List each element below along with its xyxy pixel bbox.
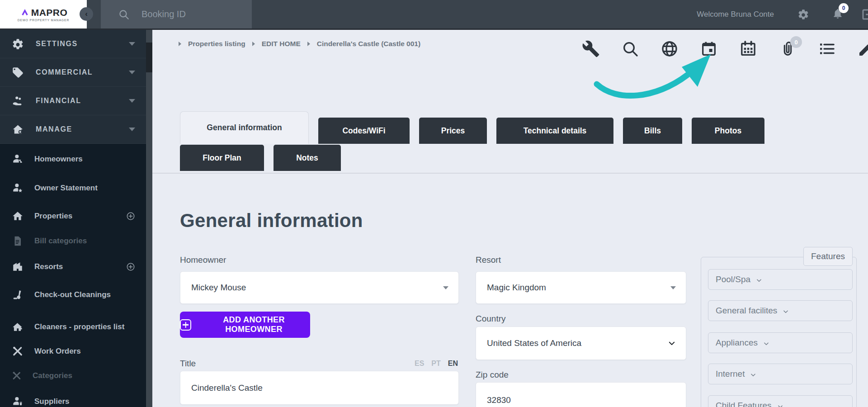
item-label: Cleaners - properties list bbox=[34, 322, 127, 331]
section-label: FINANCIAL bbox=[36, 97, 117, 105]
add-circle-icon[interactable] bbox=[126, 212, 135, 221]
tab-general-information[interactable]: General information bbox=[180, 111, 309, 144]
app-logo[interactable]: MAPRO DEMO PROPERTY MANAGER bbox=[0, 0, 87, 28]
attachments-paperclip-icon[interactable]: 0 bbox=[778, 40, 797, 58]
tab-technical-details[interactable]: Technical details bbox=[496, 118, 613, 144]
hand-coins-icon bbox=[12, 95, 24, 107]
crossed-tools-icon bbox=[12, 371, 22, 381]
zip-input[interactable] bbox=[487, 395, 676, 405]
breadcrumb-arrow-icon bbox=[179, 42, 181, 46]
title-label: Title bbox=[180, 359, 196, 369]
sidebar-section-financial[interactable]: FINANCIAL bbox=[0, 87, 146, 115]
homeowner-value: Mickey Mouse bbox=[191, 283, 443, 293]
chevron-down-icon bbox=[129, 99, 135, 103]
tab-photos[interactable]: Photos bbox=[692, 118, 764, 144]
sidebar-item-properties[interactable]: Properties bbox=[0, 204, 146, 229]
add-circle-icon[interactable] bbox=[126, 262, 135, 271]
homeowner-label: Homeowner bbox=[180, 255, 226, 265]
calendar-grid-icon[interactable] bbox=[739, 40, 757, 58]
tab-notes[interactable]: Notes bbox=[274, 145, 341, 171]
sidebar-item-cleaners-properties-list[interactable]: Cleaners - properties list bbox=[0, 312, 146, 342]
tab-floor-plan[interactable]: Floor Plan bbox=[180, 145, 264, 171]
sidebar-scrollbar[interactable] bbox=[146, 30, 152, 407]
item-label: Properties bbox=[34, 211, 115, 221]
feature-label: Internet bbox=[716, 369, 745, 379]
sidebar-item-homeowners[interactable]: Homeowners bbox=[0, 147, 146, 172]
logo-caret-icon bbox=[19, 9, 30, 17]
feature-group-internet[interactable]: Internet bbox=[708, 364, 853, 384]
sidebar-section-manage[interactable]: MANAGE bbox=[0, 115, 146, 144]
tabs-divider bbox=[152, 173, 868, 174]
resort-select[interactable]: Magic Kingdom bbox=[476, 271, 686, 304]
chevron-down-icon bbox=[756, 277, 762, 284]
booking-search-input[interactable] bbox=[142, 9, 241, 19]
breadcrumb-arrow-icon bbox=[307, 42, 310, 46]
add-homeowner-label: ADD ANOTHER HOMEOWNER bbox=[198, 315, 310, 334]
add-homeowner-button[interactable]: ADD ANOTHER HOMEOWNER bbox=[180, 312, 310, 338]
feature-label: Child Features bbox=[716, 401, 772, 407]
feature-label: Appliances bbox=[716, 338, 758, 348]
notifications-bell[interactable]: 0 bbox=[832, 8, 844, 21]
globe-icon[interactable] bbox=[660, 40, 679, 58]
tab-bills[interactable]: Bills bbox=[623, 118, 682, 144]
section-label: COMMERCIAL bbox=[36, 68, 117, 76]
breadcrumb-edit-home[interactable]: EDIT HOME bbox=[262, 40, 301, 48]
property-toolbar: 0 bbox=[582, 40, 868, 58]
lang-pt[interactable]: PT bbox=[431, 360, 440, 368]
feature-label: Pool/Spa bbox=[716, 274, 750, 284]
item-label: Work Orders bbox=[34, 346, 135, 356]
section-label: MANAGE bbox=[36, 125, 117, 133]
breadcrumb: Properties listing EDIT HOME Cinderella'… bbox=[179, 40, 420, 48]
lang-en[interactable]: EN bbox=[448, 360, 458, 368]
homeowner-select[interactable]: Mickey Mouse bbox=[180, 271, 459, 304]
breadcrumb-properties-listing[interactable]: Properties listing bbox=[188, 40, 245, 48]
booking-calendar-icon[interactable] bbox=[700, 40, 718, 58]
sidebar-item-suppliers[interactable]: Suppliers bbox=[0, 389, 146, 407]
tab-label: Prices bbox=[441, 126, 465, 136]
feature-group-appliances[interactable]: Appliances bbox=[708, 332, 853, 353]
sidebar-item-owner-statement[interactable]: Owner Statement bbox=[0, 175, 146, 201]
tab-prices[interactable]: Prices bbox=[419, 118, 487, 144]
person-key-icon bbox=[12, 153, 24, 165]
tools-wrench-icon[interactable] bbox=[582, 40, 600, 58]
tab-label: Codes/WiFi bbox=[342, 126, 385, 136]
sidebar-item-resorts[interactable]: Resorts bbox=[0, 254, 146, 279]
house-gear-icon bbox=[12, 123, 24, 136]
tab-codes-wifi[interactable]: Codes/WiFi bbox=[318, 118, 410, 144]
topbar-right: Welcome Bruna Conte 0 bbox=[697, 0, 868, 28]
zip-field bbox=[476, 382, 686, 407]
chevron-down-icon bbox=[129, 71, 135, 74]
dropdown-caret-icon bbox=[670, 286, 676, 289]
search-icon[interactable] bbox=[621, 40, 639, 58]
tab-label: General information bbox=[207, 123, 282, 133]
feature-group-pool-spa[interactable]: Pool/Spa bbox=[708, 269, 853, 290]
person-plug-icon bbox=[12, 396, 24, 407]
settings-gear-icon[interactable] bbox=[797, 9, 809, 20]
sidebar-item-work-orders[interactable]: Work Orders bbox=[0, 339, 146, 364]
logout-icon[interactable] bbox=[861, 8, 868, 21]
search-icon bbox=[118, 9, 130, 20]
sidebar-item-categories[interactable]: Categories bbox=[0, 364, 146, 388]
sidebar-item-bill-categories[interactable]: Bill categories bbox=[0, 229, 146, 253]
sidebar-section-commercial[interactable]: COMMERCIAL bbox=[0, 58, 146, 87]
language-toggle: ES PT EN bbox=[415, 360, 458, 368]
feature-group-child-features[interactable]: Child Features bbox=[708, 395, 853, 407]
sidebar-section-settings[interactable]: SETTINGS bbox=[0, 30, 146, 58]
chevron-down-icon bbox=[783, 308, 789, 315]
lang-es[interactable]: ES bbox=[415, 360, 424, 368]
sidebar-item-checkout-cleanings[interactable]: Check-out Cleanings bbox=[0, 282, 146, 308]
booking-search bbox=[101, 0, 252, 28]
feature-group-general-facilites[interactable]: General facilites bbox=[708, 300, 853, 321]
title-input[interactable] bbox=[191, 383, 448, 393]
item-label: Categories bbox=[33, 371, 135, 380]
item-label: Suppliers bbox=[34, 397, 135, 406]
item-label: Bill categories bbox=[34, 236, 135, 246]
sidebar: SETTINGS COMMERCIAL FINANCIAL MANAGE Hom bbox=[0, 30, 152, 407]
sidebar-scrollbar-thumb[interactable] bbox=[146, 43, 152, 72]
tab-label: Floor Plan bbox=[203, 153, 241, 163]
sidebar-collapse-button[interactable]: ‹ bbox=[80, 7, 93, 21]
plus-icon bbox=[180, 319, 191, 331]
list-icon[interactable] bbox=[818, 40, 836, 58]
pencil-icon[interactable] bbox=[857, 40, 868, 58]
country-select[interactable]: United States of America bbox=[476, 327, 686, 360]
